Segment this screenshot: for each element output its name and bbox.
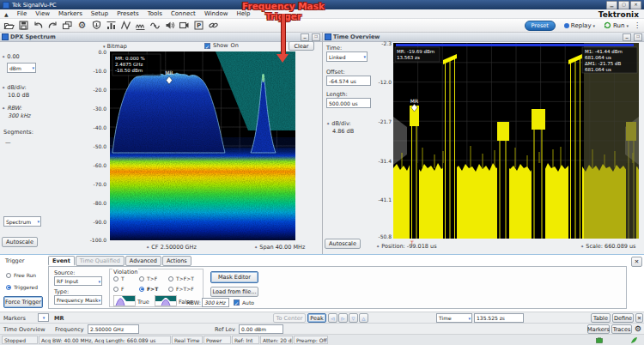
violation-tft-radio[interactable]: T>F>T [168, 275, 194, 281]
to-scale[interactable]: ✦ Scale: 660.089 us [580, 243, 636, 250]
maximize-icon[interactable]: ▢ [618, 1, 629, 9]
to-window-titlebar[interactable]: Time Overview ▁ ❐ [323, 33, 644, 42]
dpx-clear-button[interactable]: Clear [289, 41, 314, 51]
save-icon[interactable] [18, 20, 29, 31]
dpx-window-titlebar[interactable]: DPX Spectrum ▁ ❐ [0, 33, 322, 42]
preset-p-icon[interactable]: P [193, 20, 204, 31]
dpx-unit-select[interactable]: dBm▾ [7, 63, 36, 73]
to-minimize-icon[interactable]: ▁ [623, 33, 631, 41]
menu-presets[interactable]: Presets [117, 10, 138, 17]
analysis-range-bar[interactable] [396, 44, 634, 46]
to-autoscale-button[interactable]: Autoscale [325, 239, 361, 249]
marker-time-value-field[interactable]: 135.525 zs [474, 313, 524, 323]
mask-editor-button[interactable]: Mask Editor [210, 271, 258, 283]
run-button[interactable]: Run ▾ ⋮ [604, 21, 641, 29]
peak-left-button[interactable]: ◁ [328, 313, 337, 323]
force-trigger-button[interactable]: Force Trigger [3, 296, 43, 308]
dpx-autoscale-button[interactable]: Autoscale [2, 237, 38, 247]
dpx-maximize-icon[interactable]: ❐ [312, 33, 320, 41]
dpx-show-checkbox[interactable]: Show On [204, 42, 239, 49]
violation-tf-radio[interactable]: T>F [139, 275, 157, 281]
adjust-icon: ✦ [2, 54, 5, 59]
dpx-span[interactable]: ✦ Span 40.00 MHz [254, 244, 305, 251]
traces-toggle-button[interactable]: Traces [611, 324, 632, 334]
dpx-dbdiv-value[interactable]: 10.0 dB [8, 92, 29, 99]
trigger-rbw-auto-checkbox[interactable]: Auto [234, 300, 254, 306]
spectrum-trace-icon[interactable] [135, 20, 146, 31]
close-icon[interactable]: ✕ [630, 1, 641, 9]
to-maximize-icon[interactable]: ❐ [634, 33, 642, 41]
time-overview-display[interactable]: MR MR: -19.69 dBm 13.563 zs M1: -41.44 d… [393, 43, 639, 239]
load-from-file-button[interactable]: Load from file... [210, 287, 258, 297]
menu-tools[interactable]: Tools [148, 10, 162, 17]
marker-readout-mode-select[interactable]: Time▾ [436, 313, 472, 323]
menu-markers[interactable]: Markers [58, 10, 82, 17]
audio-icon[interactable] [164, 20, 175, 31]
minimize-icon[interactable]: ▁ [606, 1, 617, 9]
displays-icon[interactable] [62, 20, 73, 31]
mask-true-thumbnail [113, 295, 136, 308]
settings-gear-icon[interactable]: ⚙ [635, 324, 641, 334]
ref-level-field[interactable]: 0.00 dBm [239, 324, 283, 334]
trigger-triggered-radio[interactable]: Triggered [6, 284, 38, 290]
svg-text:MR: 0.000 %: MR: 0.000 % [115, 56, 145, 61]
to-offset-field[interactable]: -64.574 us [326, 76, 371, 86]
marker-define-button[interactable]: Define [612, 313, 634, 323]
replay-button[interactable]: Replay ▾ [564, 22, 595, 29]
peak-button[interactable]: Peak [307, 313, 326, 323]
violation-ftf-radio[interactable]: F>T>F [168, 286, 194, 292]
status-acquisition-state: Stopped [2, 336, 38, 344]
to-time-mode-select[interactable]: Linked▾ [326, 51, 368, 62]
violation-f-radio[interactable]: F [113, 286, 124, 292]
peak-right-button[interactable]: ▷ [338, 313, 348, 323]
dpx-rbw-value[interactable]: 300 kHz [8, 112, 31, 119]
marker-select-dropdown[interactable]: ▾ [38, 313, 49, 322]
tab-event[interactable]: Event [48, 256, 75, 266]
waveform-icon[interactable] [149, 20, 161, 31]
dpx-minimize-icon[interactable]: ▁ [301, 33, 309, 41]
source-select[interactable]: RF Input▾ [54, 276, 102, 286]
menu-file[interactable]: File [17, 10, 27, 17]
open-file-icon[interactable] [3, 20, 15, 31]
to-center-button[interactable]: To Center [273, 313, 306, 323]
markers-toggle-button[interactable]: Markers [587, 324, 610, 334]
radio-icon [6, 273, 11, 278]
menu-view[interactable]: View [35, 10, 50, 17]
trigger-shield-icon[interactable] [91, 20, 102, 31]
dpx-trace-mode-dropdown[interactable]: ▾ Bitmap [103, 43, 127, 50]
undo-icon[interactable] [33, 20, 44, 31]
menu-setup[interactable]: Setup [91, 10, 108, 17]
peak-higher-button[interactable]: △ [359, 313, 368, 323]
instrument-icon[interactable]: ▲ [4, 11, 9, 17]
markers-bar-close-button[interactable]: ✕ [635, 313, 643, 323]
dpx-trace-select[interactable]: Spectrum▾ [3, 216, 41, 227]
more-options-icon[interactable]: ⋮ [634, 21, 641, 29]
trigger-rbw-field[interactable]: 300 kHz [202, 298, 229, 307]
video-capture-icon[interactable] [179, 20, 190, 31]
tab-actions[interactable]: Actions [162, 256, 191, 266]
peak-lower-button[interactable]: ▽ [349, 313, 358, 323]
connect-icon[interactable] [208, 20, 219, 31]
dpx-ytick: -90.0 [88, 219, 106, 225]
type-select[interactable]: Frequency Mask▾ [54, 295, 102, 305]
tab-time-qualified[interactable]: Time Qualified [76, 256, 125, 266]
preset-button[interactable]: Preset [525, 21, 556, 31]
trigger-panel-close-button[interactable]: ✕ [631, 257, 642, 267]
settings-gear-icon[interactable]: ⚙ [76, 20, 88, 31]
trigger-free-run-radio[interactable]: Free Run [6, 272, 36, 278]
pulse-1 [410, 106, 419, 239]
tab-advanced[interactable]: Advanced [125, 256, 161, 266]
dpx-cf[interactable]: ✦ CF 2.50000 GHz [146, 244, 197, 251]
menu-connect[interactable]: Connect [171, 10, 196, 17]
analysis-trace-icon[interactable] [120, 20, 131, 31]
redo-icon[interactable] [47, 20, 58, 31]
to-length-field[interactable]: 500.000 us [326, 98, 371, 108]
amplitude-icon[interactable] [106, 20, 117, 31]
frequency-field[interactable]: 2.50000 GHz [88, 324, 139, 334]
marker-table-button[interactable]: Table [591, 313, 611, 323]
violation-ft-radio[interactable]: F>T [139, 286, 158, 292]
to-dbdiv-value[interactable]: 4.86 dB [332, 128, 354, 135]
to-position[interactable]: ✦ Position: -99.018 us [376, 243, 437, 250]
dpx-bitmap-display[interactable]: MR MR: 0.000 % 2.4875 GHz -18.50 dBm [110, 51, 295, 240]
violation-t-radio[interactable]: T [113, 275, 125, 281]
